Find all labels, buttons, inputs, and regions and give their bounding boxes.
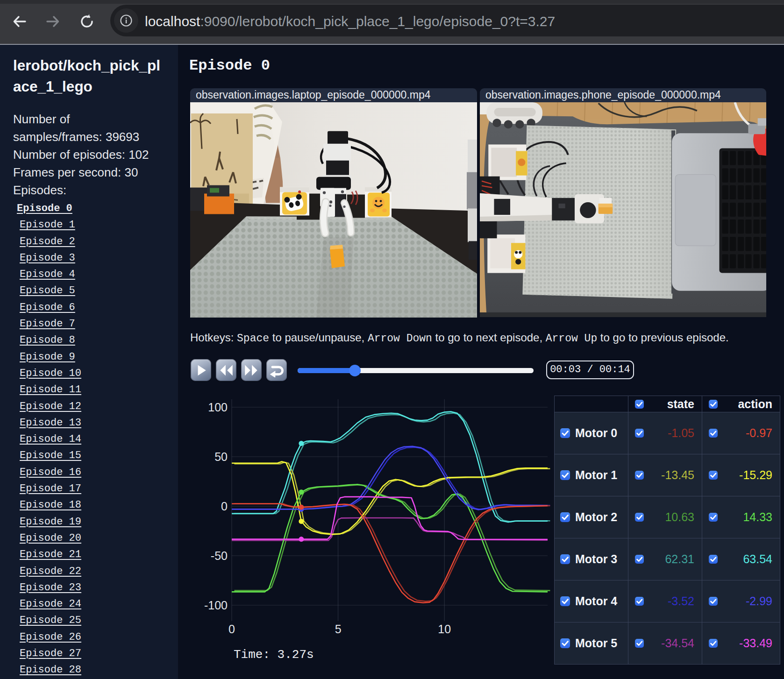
svg-text:5: 5 xyxy=(335,622,342,636)
svg-text:-50: -50 xyxy=(211,549,228,562)
svg-text:50: 50 xyxy=(214,450,228,463)
svg-text:-100: -100 xyxy=(204,599,228,612)
svg-text:10: 10 xyxy=(438,622,451,636)
svg-text:0: 0 xyxy=(221,500,228,513)
svg-text:100: 100 xyxy=(208,401,228,414)
svg-text:0: 0 xyxy=(228,622,235,636)
